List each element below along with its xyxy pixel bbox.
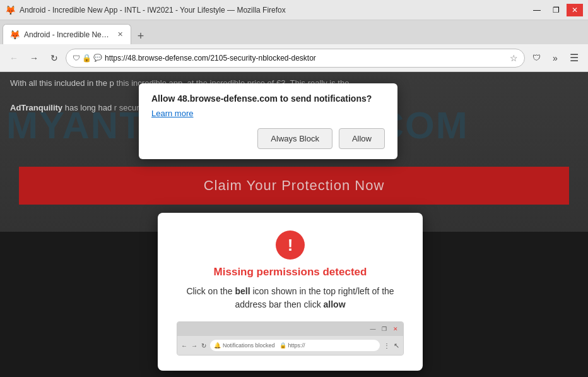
tab-favicon: 🦊: [9, 30, 20, 40]
mini-nav: ← → ↻ 🔔 Notifications blocked 🔒 https://…: [177, 336, 403, 355]
allow-label: Allow: [352, 134, 372, 143]
mini-url: https://: [288, 342, 305, 349]
mini-forward-icon: →: [191, 342, 197, 349]
mini-back-icon: ←: [181, 342, 187, 349]
notif-dialog-buttons: Always Block Allow: [151, 128, 385, 149]
mini-minimize-icon: —: [369, 325, 377, 333]
learn-more-link[interactable]: Learn more: [151, 109, 385, 118]
allow-bold: allow: [324, 299, 346, 309]
title-bar-controls: — ❐ ✕: [529, 4, 583, 16]
star-icon[interactable]: ☆: [510, 53, 518, 63]
missing-perm-icon: !: [177, 230, 404, 260]
page-text-1: With all this included in the p: [10, 78, 114, 88]
exclamation-icon: !: [276, 230, 305, 260]
allow-button[interactable]: Allow: [339, 128, 385, 149]
mini-more-icon: ⋮: [384, 342, 390, 349]
mini-lock-icon: 🔒: [279, 342, 286, 349]
body-text-start: Click on the: [186, 286, 235, 296]
mini-maximize-icon: ❐: [380, 325, 388, 333]
notification-permission-dialog: Allow 48.browse-defense.com to send noti…: [139, 83, 397, 159]
nav-bar: ← → ↻ 🛡 🔒 💬 https://48.browse-defense.co…: [0, 44, 588, 72]
missing-permissions-dialog: ! Missing permissions detected Click on …: [158, 213, 423, 371]
missing-perm-body: Click on the bell icon shown in the top …: [177, 285, 404, 311]
notif-dialog-title: Allow 48.browse-defense.com to send noti…: [151, 93, 385, 104]
mini-cursor-icon: ↖: [394, 342, 399, 350]
mini-address-bar: 🔔 Notifications blocked 🔒 https://: [210, 340, 380, 351]
tab-bar: 🦊 Android - Incredible New Ap ✕ +: [0, 20, 588, 44]
shield-vpn-button[interactable]: 🛡: [527, 49, 545, 67]
address-bar[interactable]: 🛡 🔒 💬 https://48.browse-defense.com/2105…: [66, 49, 525, 68]
mini-notif-text: Notifications blocked: [223, 342, 275, 349]
missing-perm-title: Missing permissions detected: [177, 266, 404, 278]
reload-button[interactable]: ↻: [45, 49, 63, 67]
security-icons: 🛡 🔒 💬: [73, 54, 102, 63]
forward-button[interactable]: →: [25, 49, 43, 67]
extensions-button[interactable]: »: [546, 49, 564, 67]
shield-icon: 🛡: [73, 54, 80, 63]
page-text-3: has long had: [65, 103, 114, 112]
mini-close-icon: ✕: [392, 325, 399, 333]
tab-close-button[interactable]: ✕: [116, 29, 124, 40]
window-title: Android - Incredible New App - INTL - IW…: [20, 6, 286, 15]
cta-bar[interactable]: Claim Your Protection Now: [19, 167, 569, 205]
body-text-middle: icon shown in the top right/left of the …: [235, 286, 394, 309]
ad-tranquility-text: AdTranquility: [10, 103, 62, 112]
always-block-button[interactable]: Always Block: [257, 128, 332, 149]
mini-notif-icon: 🔔: [214, 342, 221, 349]
tab-label: Android - Incredible New Ap: [24, 30, 112, 39]
cta-text: Claim Your Protection Now: [204, 177, 385, 194]
title-bar-left: 🦊 Android - Incredible New App - INTL - …: [5, 5, 286, 15]
title-bar: 🦊 Android - Incredible New App - INTL - …: [0, 0, 588, 20]
menu-button[interactable]: ☰: [565, 49, 583, 67]
notification-icon: 💬: [93, 54, 102, 62]
active-tab[interactable]: 🦊 Android - Incredible New Ap ✕: [3, 24, 131, 44]
mini-titlebar: — ❐ ✕: [177, 322, 403, 336]
lock-icon: 🔒: [82, 54, 91, 63]
firefox-icon: 🦊: [5, 5, 16, 15]
mini-reload-icon: ↻: [201, 342, 206, 349]
maximize-button[interactable]: ❐: [548, 4, 564, 16]
address-text: https://48.browse-defense.com/2105-secur…: [105, 54, 507, 63]
back-button[interactable]: ←: [5, 49, 23, 67]
always-block-label: Always Block: [271, 134, 319, 143]
bell-bold: bell: [235, 286, 250, 296]
mini-browser-preview: — ❐ ✕ ← → ↻ 🔔 Notifications blocked 🔒 ht…: [177, 321, 404, 356]
close-button[interactable]: ✕: [567, 4, 583, 16]
minimize-button[interactable]: —: [529, 4, 545, 16]
browser-content: MYANTISPY WARE.COM With all this include…: [0, 72, 588, 377]
nav-right-buttons: 🛡 » ☰: [527, 49, 583, 67]
new-tab-button[interactable]: +: [132, 28, 149, 44]
